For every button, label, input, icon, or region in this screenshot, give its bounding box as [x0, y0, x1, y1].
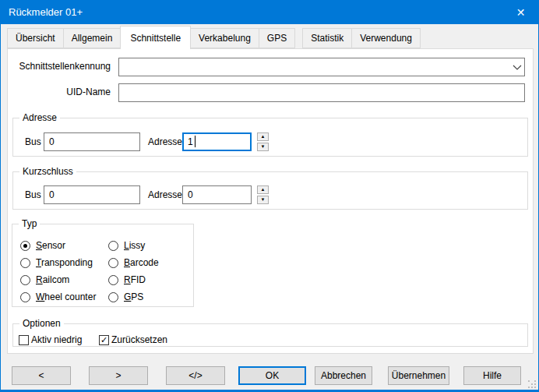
- spin-up-icon: ▲: [261, 134, 266, 139]
- radio-icon: [108, 275, 118, 285]
- spin-down-button[interactable]: ▼: [257, 196, 269, 204]
- short-circuit-bus-input[interactable]: [44, 185, 140, 204]
- tab-schnittstelle[interactable]: Schnittstelle: [120, 26, 191, 49]
- spin-down-icon: ▼: [261, 144, 266, 149]
- address-bus-label: Bus: [25, 134, 41, 150]
- uid-name-label: UID-Name: [8, 84, 111, 100]
- short-circuit-bus-label: Bus: [25, 187, 41, 203]
- radio-wheel-counter[interactable]: Wheel counter: [20, 291, 96, 302]
- radio-icon: [108, 292, 118, 302]
- spin-down-icon: ▼: [261, 197, 266, 202]
- checkbox-checked-icon: ✓: [99, 335, 109, 345]
- radio-label: Sensor: [36, 240, 65, 251]
- interface-id-combobox[interactable]: [118, 58, 525, 76]
- tab-strip: Übersicht Allgemein Schnittstelle Verkab…: [7, 24, 420, 48]
- title-bar[interactable]: Rückmelder 01+ ✕: [1, 1, 538, 24]
- radio-label: Railcom: [36, 274, 69, 285]
- resize-grip[interactable]: [528, 380, 536, 388]
- cancel-button[interactable]: Abbrechen: [315, 366, 372, 385]
- options-group: Optionen Aktiv niedrig ✓ Zurücksetzen: [12, 323, 528, 347]
- interface-id-label: Schnittstellenkennung: [8, 58, 111, 74]
- radio-rfid[interactable]: RFID: [108, 274, 146, 285]
- address-adresse-label: Adresse: [148, 134, 182, 150]
- spin-up-button[interactable]: ▲: [257, 185, 269, 194]
- radio-transponding[interactable]: Transponding: [20, 257, 93, 268]
- radio-icon: [108, 258, 118, 268]
- type-group-title: Typ: [19, 218, 40, 230]
- radio-barcode[interactable]: Barcode: [108, 257, 159, 268]
- window-title: Rückmelder 01+: [9, 1, 83, 24]
- apply-button[interactable]: Übernehmen: [388, 366, 449, 385]
- close-button[interactable]: ✕: [503, 1, 538, 24]
- help-button[interactable]: Hilfe: [463, 366, 521, 385]
- address-bus-input[interactable]: [44, 132, 140, 151]
- checkbox-icon: [19, 335, 29, 345]
- options-group-title: Optionen: [19, 318, 64, 330]
- radio-label: GPS: [124, 291, 143, 302]
- forward-button[interactable]: >: [89, 366, 148, 385]
- tab-gps[interactable]: GPS: [259, 28, 295, 48]
- short-circuit-adresse-spinner: ▲ ▼: [257, 185, 269, 206]
- address-group-title: Adresse: [19, 112, 60, 124]
- short-circuit-adresse-label: Adresse: [148, 187, 182, 203]
- spin-down-button[interactable]: ▼: [257, 143, 269, 151]
- radio-gps[interactable]: GPS: [108, 291, 143, 302]
- address-group: Adresse Bus Adresse ▲ ▼: [12, 118, 528, 157]
- spin-up-button[interactable]: ▲: [257, 132, 269, 141]
- radio-lissy[interactable]: Lissy: [108, 240, 145, 251]
- close-icon: ✕: [516, 6, 526, 19]
- checkbox-label: Zurücksetzen: [111, 334, 167, 345]
- radio-label: Lissy: [124, 240, 145, 251]
- code-button[interactable]: </>: [166, 366, 225, 385]
- radio-label: Transponding: [36, 257, 93, 268]
- radio-railcom[interactable]: Railcom: [20, 274, 69, 285]
- radio-label: Barcode: [124, 257, 159, 268]
- address-adresse-input[interactable]: [182, 132, 252, 151]
- spin-up-icon: ▲: [261, 187, 266, 192]
- dialog-window: Rückmelder 01+ ✕ Übersicht Allgemein Sch…: [0, 0, 539, 392]
- radio-icon: [20, 275, 30, 285]
- checkbox-zuruecksetzen[interactable]: ✓ Zurücksetzen: [99, 334, 167, 345]
- short-circuit-group: Kurzschluss Bus Adresse ▲ ▼: [12, 171, 528, 210]
- uid-name-input[interactable]: [118, 83, 525, 102]
- tab-page-schnittstelle: Schnittstellenkennung UID-Name Adresse B…: [7, 48, 534, 354]
- text-caret: [195, 136, 196, 147]
- ok-button[interactable]: OK: [238, 366, 306, 385]
- radio-label: RFID: [124, 274, 146, 285]
- radio-icon: [20, 292, 30, 302]
- radio-label: Wheel counter: [36, 291, 96, 302]
- tab-verkabelung[interactable]: Verkabelung: [190, 28, 259, 48]
- short-circuit-group-title: Kurzschluss: [19, 166, 76, 178]
- type-group: Typ Sensor Transponding Railcom Wheel co…: [12, 224, 194, 307]
- radio-sensor[interactable]: Sensor: [20, 240, 65, 251]
- back-button[interactable]: <: [12, 366, 71, 385]
- tab-allgemein[interactable]: Allgemein: [63, 28, 122, 48]
- checkbox-aktiv-niedrig[interactable]: Aktiv niedrig: [19, 334, 82, 345]
- tab-statistik[interactable]: Statistik: [302, 28, 352, 48]
- radio-icon: [20, 241, 30, 251]
- tab-uebersicht[interactable]: Übersicht: [7, 28, 64, 48]
- radio-icon: [108, 241, 118, 251]
- tab-verwendung[interactable]: Verwendung: [351, 28, 421, 48]
- short-circuit-adresse-input[interactable]: [182, 185, 252, 204]
- radio-icon: [20, 258, 30, 268]
- checkbox-label: Aktiv niedrig: [31, 334, 82, 345]
- address-adresse-spinner: ▲ ▼: [257, 132, 269, 153]
